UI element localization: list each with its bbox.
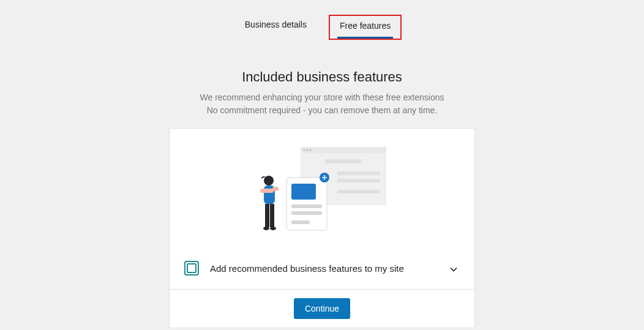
svg-rect-8 <box>337 190 380 193</box>
svg-point-2 <box>304 149 305 151</box>
svg-rect-1 <box>301 147 386 153</box>
svg-rect-6 <box>337 171 380 175</box>
svg-rect-5 <box>325 159 362 163</box>
subtitle-line-1: We recommend enhancing your store with t… <box>0 91 644 104</box>
option-row: Add recommended business features to my … <box>170 251 474 290</box>
svg-rect-21 <box>291 220 310 224</box>
svg-point-3 <box>307 149 309 151</box>
tabs-container: Business details Free features <box>0 0 644 45</box>
svg-rect-13 <box>265 204 269 227</box>
page-subtitle: We recommend enhancing your store with t… <box>0 91 644 117</box>
highlight-free-features: Free features <box>329 15 402 40</box>
continue-button[interactable]: Continue <box>294 298 350 319</box>
add-features-checkbox[interactable] <box>184 261 199 276</box>
chevron-down-icon[interactable] <box>450 264 457 272</box>
svg-rect-14 <box>270 204 274 227</box>
svg-point-4 <box>310 149 312 151</box>
illustration-area <box>170 129 474 251</box>
svg-point-9 <box>264 176 274 186</box>
svg-rect-7 <box>337 179 380 182</box>
onboarding-illustration-icon <box>258 147 386 239</box>
svg-rect-19 <box>291 204 322 208</box>
tab-business-details[interactable]: Business details <box>242 15 309 40</box>
svg-rect-20 <box>291 211 322 215</box>
svg-rect-12 <box>272 187 279 191</box>
svg-rect-18 <box>291 184 316 200</box>
svg-rect-11 <box>260 189 274 193</box>
add-features-label: Add recommended business features to my … <box>210 263 439 274</box>
svg-point-16 <box>270 227 276 230</box>
card-footer: Continue <box>170 290 474 328</box>
svg-point-15 <box>263 227 269 230</box>
page-title: Included business features <box>0 69 644 85</box>
tab-free-features[interactable]: Free features <box>337 16 393 39</box>
subtitle-line-2: No commitment required - you can remove … <box>0 104 644 117</box>
content-header: Included business features We recommend … <box>0 69 644 117</box>
features-card: Add recommended business features to my … <box>169 128 475 328</box>
